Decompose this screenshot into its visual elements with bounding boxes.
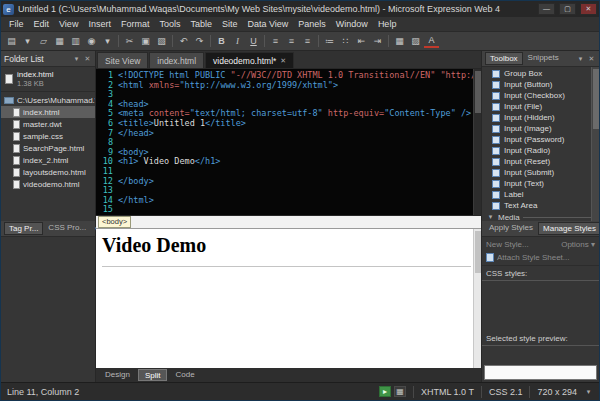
design-heading[interactable]: Video Demo	[102, 234, 471, 267]
folder-item-master-dwt[interactable]: master.dwt	[1, 118, 95, 130]
menu-site[interactable]: Site	[217, 18, 243, 30]
options-dropdown[interactable]: Options ▾	[561, 240, 595, 249]
panel-tab-tag-pr[interactable]: Tag Pr...	[4, 222, 43, 235]
toolbox-item-input-text[interactable]: Input (Text)	[482, 178, 599, 189]
toolbox-item-input-reset[interactable]: Input (Reset)	[482, 156, 599, 167]
doctype-label[interactable]: XHTML 1.0 T	[421, 387, 474, 397]
font-color-icon[interactable]: A	[424, 35, 439, 48]
menu-help[interactable]: Help	[373, 18, 402, 30]
tab-site-view[interactable]: Site View	[97, 52, 148, 68]
scrollbar-thumb[interactable]	[593, 69, 599, 129]
close-button[interactable]: ✕	[580, 3, 597, 15]
folder-item-index-html[interactable]: index.html	[1, 106, 95, 118]
maximize-button[interactable]: ▢	[559, 3, 576, 15]
menu-insert[interactable]: Insert	[83, 18, 116, 30]
new-dropdown-icon[interactable]: ▾	[20, 34, 35, 49]
save-icon[interactable]: ▦	[52, 34, 67, 49]
folder-item-layoutsdemo-html[interactable]: layoutsdemo.html	[1, 166, 95, 178]
close-panel-icon[interactable]: ✕	[587, 55, 596, 63]
align-right-icon[interactable]: ≡	[300, 34, 315, 49]
panel-tab-snippets[interactable]: Snippets	[524, 52, 563, 65]
toolbox-scrollbar[interactable]	[591, 67, 599, 221]
redo-icon[interactable]: ↷	[192, 34, 207, 49]
increase-indent-icon[interactable]: ⇥	[370, 34, 385, 49]
chevron-down-icon[interactable]: ▾	[576, 55, 585, 63]
visual-aids-icon[interactable]: ▦	[394, 386, 406, 397]
new-style-button[interactable]: New Style...	[486, 240, 529, 249]
scrollbar-thumb[interactable]	[475, 231, 481, 273]
tab-index-html[interactable]: index.html	[149, 52, 204, 68]
menu-edit[interactable]: Edit	[29, 18, 55, 30]
menu-table[interactable]: Table	[185, 18, 217, 30]
close-panel-icon[interactable]: ✕	[83, 55, 92, 63]
toolbox-item-group-box[interactable]: Group Box	[482, 68, 599, 79]
undo-icon[interactable]: ↶	[176, 34, 191, 49]
toolbox-item-input-file[interactable]: Input (File)	[482, 101, 599, 112]
bold-button[interactable]: B	[214, 34, 229, 49]
menu-format[interactable]: Format	[116, 18, 155, 30]
design-view-button[interactable]: Design	[99, 369, 136, 381]
cut-icon[interactable]: ✂	[122, 34, 137, 49]
section-label: Media	[498, 213, 520, 222]
code-area[interactable]: <!DOCTYPE html PUBLIC "-//W3C//DTD XHTML…	[116, 69, 481, 215]
css-schema-label[interactable]: CSS 2.1	[489, 387, 523, 397]
chevron-down-icon[interactable]: ▾	[72, 55, 81, 63]
new-document-icon[interactable]: ▤	[4, 34, 19, 49]
design-scrollbar[interactable]	[473, 229, 481, 368]
chevron-down-icon[interactable]: ▾	[584, 388, 593, 396]
panel-tab-manage-styles[interactable]: Manage Styles	[538, 222, 600, 235]
toolbox-item-input-checkbox[interactable]: Input (Checkbox)	[482, 90, 599, 101]
editor-scrollbar[interactable]	[473, 69, 481, 215]
bullet-list-icon[interactable]: ∷	[338, 34, 353, 49]
folder-item-searchpage-html[interactable]: SearchPage.html	[1, 142, 95, 154]
menu-view[interactable]: View	[54, 18, 83, 30]
menu-panels[interactable]: Panels	[293, 18, 331, 30]
borders-icon[interactable]: ▦	[392, 34, 407, 49]
minimize-button[interactable]: —	[538, 3, 555, 15]
toolbox-item-input-hidden[interactable]: Input (Hidden)	[482, 112, 599, 123]
open-icon[interactable]: ▱	[36, 34, 51, 49]
menu-window[interactable]: Window	[331, 18, 373, 30]
close-tab-icon[interactable]: ✕	[280, 57, 286, 65]
code-view-button[interactable]: Code	[169, 369, 200, 381]
underline-button[interactable]: U	[246, 34, 261, 49]
code-editor[interactable]: 123456789101112131415 <!DOCTYPE html PUB…	[96, 69, 481, 216]
toolbox-item-input-radio[interactable]: Input (Radio)	[482, 145, 599, 156]
numbered-list-icon[interactable]: ≔	[322, 34, 337, 49]
folder-item-index-2-html[interactable]: index_2.html	[1, 154, 95, 166]
panel-tab-css-pro[interactable]: CSS Pro...	[44, 222, 90, 235]
menu-data-view[interactable]: Data View	[242, 18, 293, 30]
panel-tab-apply-styles[interactable]: Apply Styles	[485, 222, 537, 235]
split-view-button[interactable]: Split	[138, 369, 168, 381]
preview-dropdown-icon[interactable]: ▾	[100, 34, 115, 49]
align-center-icon[interactable]: ≡	[284, 34, 299, 49]
preview-in-browser-icon[interactable]: ▸	[379, 386, 391, 397]
toolbox-item-label[interactable]: Label	[482, 189, 599, 200]
italic-button[interactable]: I	[230, 34, 245, 49]
paste-icon[interactable]: ▧	[154, 34, 169, 49]
align-left-icon[interactable]: ≡	[268, 34, 283, 49]
copy-icon[interactable]: ▣	[138, 34, 153, 49]
tab-videodemo-html[interactable]: videodemo.html*✕	[205, 52, 294, 68]
folder-item-sample-css[interactable]: sample.css	[1, 130, 95, 142]
toolbox-item-input-button[interactable]: Input (Button)	[482, 79, 599, 90]
body-tag-chip[interactable]: <body>	[98, 216, 131, 228]
highlight-icon[interactable]: ▨	[408, 34, 423, 49]
scrollbar-thumb[interactable]	[475, 71, 481, 113]
toolbox-item-text-area[interactable]: Text Area	[482, 200, 599, 211]
toolbox-item-input-password[interactable]: Input (Password)	[482, 134, 599, 145]
toolbox-item-input-submit[interactable]: Input (Submit)	[482, 167, 599, 178]
menu-file[interactable]: File	[4, 18, 29, 30]
attach-stylesheet-button[interactable]: Attach Style Sheet...	[497, 253, 569, 262]
print-icon[interactable]: ▥	[68, 34, 83, 49]
toolbox-item-input-image[interactable]: Input (Image)	[482, 123, 599, 134]
page-size-label[interactable]: 720 x 294	[537, 387, 577, 397]
preview-browser-icon[interactable]: ◉	[84, 34, 99, 49]
decrease-indent-icon[interactable]: ⇤	[354, 34, 369, 49]
folder-item-videodemo-html[interactable]: videodemo.html	[1, 178, 95, 190]
toolbox-section-media[interactable]: ▾Media	[482, 211, 599, 221]
folder-root[interactable]: C:\Users\Muhammad.Waqas\Do	[1, 94, 95, 106]
design-canvas[interactable]: Video Demo	[96, 229, 481, 368]
menu-tools[interactable]: Tools	[154, 18, 185, 30]
panel-tab-toolbox[interactable]: Toolbox	[485, 52, 523, 65]
